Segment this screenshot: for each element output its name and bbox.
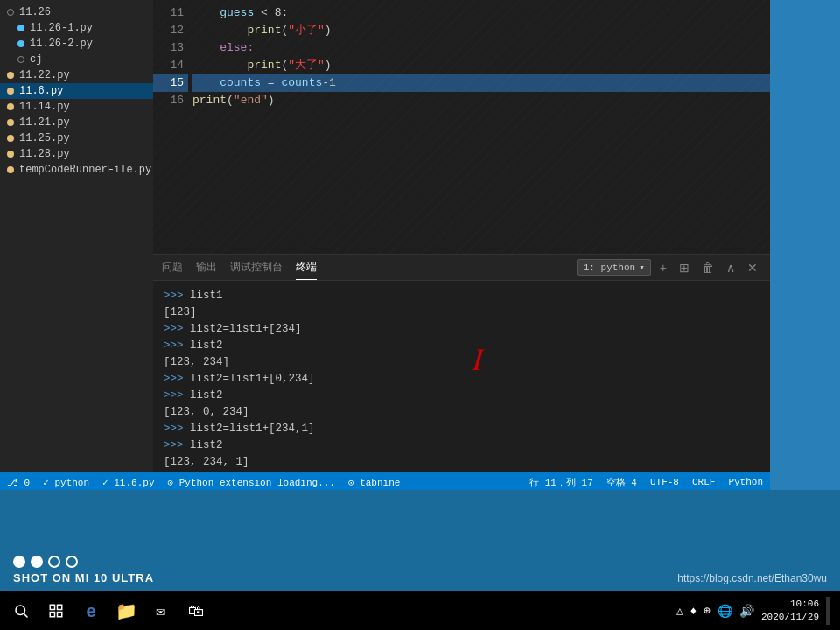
sidebar-item-cj[interactable]: cj [0,52,153,67]
taskbar-mail[interactable]: ✉ [147,597,175,625]
svg-rect-3 [58,605,62,609]
sidebar-item-1126-1[interactable]: 11.26-1.py [0,20,153,36]
shot-on-branding: SHOT ON MI 10 ULTRA [13,556,154,584]
svg-rect-2 [50,605,54,609]
sidebar-item-1114[interactable]: 11.14.py [0,99,153,115]
status-line-ending: CRLF [692,477,715,487]
py-icon [7,150,14,158]
status-line-col: 行 11，列 17 [529,476,593,489]
py-icon [18,24,24,32]
sidebar-item-1121[interactable]: 11.21.py [0,115,153,130]
py-icon [7,88,14,94]
file-sidebar: 11.26 11.26-1.py 11.26-2.py cj 11.22.py … [0,0,153,490]
status-spaces: 空格 4 [606,476,637,489]
dot-2 [31,556,43,568]
status-ext: ⊙ Python extension loading... [167,477,334,488]
svg-point-0 [16,606,25,615]
code-content[interactable]: guess < 8: print("小了") else: print("大了")… [192,4,770,109]
code-line-16: print("end") [192,92,770,109]
sidebar-item-1125[interactable]: 11.25.py [0,130,153,146]
terminal-line: [123] [164,304,760,321]
system-tray: △ ♦ ⊕ 🌐 🔊 10:06 2020/11/29 [666,592,840,630]
terminal-content[interactable]: >>> list1 [123] >>> list2=list1+[234] >>… [153,281,770,494]
code-line-12: print("小了") [192,22,770,39]
terminal-line: >>> list2=list1+[234,1] [164,421,760,438]
status-bar: ⎇ 0 ✓ python ✓ 11.6.py ⊙ Python extensio… [0,472,770,492]
py-icon [7,135,14,142]
dot-3 [48,556,60,568]
taskbar: e 📁 ✉ 🛍 △ ♦ ⊕ 🌐 🔊 10:06 2020/11/29 [0,592,840,630]
code-line-15: counts = counts-1 [192,74,770,92]
terminal-line: >>> list2 [164,438,760,454]
shot-on-text: SHOT ON MI 10 ULTRA [13,571,154,584]
status-language: Python [728,477,763,487]
terminal-line: [123, 234, 1] [164,454,760,471]
right-panel [770,0,840,490]
py-icon [7,166,14,173]
py-icon [7,103,14,110]
taskbar-explorer[interactable]: 📁 [112,597,140,625]
tab-group: 问题 输出 调试控制台 终端 [162,256,317,280]
terminal-split-btn[interactable]: ⊞ [676,259,693,276]
tab-terminal[interactable]: 终端 [296,256,317,280]
terminal-line: [123, 234] [164,354,760,371]
tab-output[interactable]: 输出 [196,256,217,280]
tab-problems[interactable]: 问题 [162,256,183,280]
terminal-close-btn[interactable]: ✕ [744,259,761,276]
sidebar-item-1128[interactable]: 11.28.py [0,146,153,162]
folder-icon [18,56,24,63]
line-numbers: 11 12 13 14 15 16 [153,0,188,262]
svg-line-1 [24,613,27,617]
terminal-line: [123, 0, 234] [164,404,760,421]
shot-on-dots [13,556,154,568]
status-tabnine: ⊙ tabnine [348,477,400,488]
dot-4 [66,556,78,568]
system-clock[interactable]: 10:06 2020/11/29 [761,598,819,625]
py-icon [7,119,14,126]
code-line-13: else: [192,39,770,57]
sidebar-item-tempcode[interactable]: tempCodeRunnerFile.py [0,162,153,178]
py-icon [7,72,14,79]
code-line-14: print("大了") [192,57,770,74]
sidebar-item-1126[interactable]: 11.26 [0,4,153,20]
tray-icons: △ ♦ ⊕ [676,604,710,618]
code-line-11: guess < 8: [192,4,770,22]
tab-debug[interactable]: 调试控制台 [230,256,283,280]
show-desktop-btn[interactable] [826,597,830,625]
taskbar-search[interactable] [7,597,35,625]
status-file: ✓ 11.6.py [102,477,154,488]
svg-rect-5 [58,612,62,617]
taskbar-edge[interactable]: e [77,597,105,625]
status-branch: ⎇ 0 [7,477,30,488]
terminal-line: >>> list2 [164,338,760,354]
taskbar-store[interactable]: 🛍 [182,597,210,625]
sidebar-item-1126-2[interactable]: 11.26-2.py [0,36,153,52]
terminal-trash-btn[interactable]: 🗑 [698,259,718,276]
terminal-line: >>> list2=list1+[234] [164,321,760,338]
terminal-add-btn[interactable]: + [656,259,670,276]
status-encoding: UTF-8 [650,477,679,487]
terminal-line: >>> list2=list1+[0,234] [164,371,760,388]
status-python: ✓ python [43,477,89,488]
sidebar-item-1122[interactable]: 11.22.py [0,67,153,83]
terminal-line: >>> list2 [164,388,760,404]
sidebar-item-116[interactable]: 11.6.py [0,83,153,99]
terminal-tabs: 问题 输出 调试控制台 终端 1: python ▾ + ⊞ 🗑 ∧ ✕ [153,255,770,281]
tray-volume: 🔊 [739,604,754,619]
terminal-line: >>> list1 [164,288,760,304]
taskbar-taskview[interactable] [42,597,70,625]
code-editor: 11 12 13 14 15 16 guess < 8: print("小了")… [153,0,770,262]
terminal-panel: 问题 输出 调试控制台 终端 1: python ▾ + ⊞ 🗑 ∧ ✕ >>>… [153,254,770,490]
folder-icon [7,9,14,16]
terminal-actions: 1: python ▾ + ⊞ 🗑 ∧ ✕ [578,259,761,276]
terminal-dropdown[interactable]: 1: python ▾ [578,259,651,276]
dot-1 [13,556,25,568]
terminal-collapse-btn[interactable]: ∧ [723,259,738,276]
chevron-down-icon: ▾ [639,262,645,273]
svg-rect-4 [50,612,54,617]
watermark-area: SHOT ON MI 10 ULTRA https://blog.csdn.ne… [0,530,840,592]
watermark-url: https://blog.csdn.net/Ethan30wu [677,572,827,584]
tray-network: 🌐 [718,604,732,619]
py-icon [18,40,24,47]
